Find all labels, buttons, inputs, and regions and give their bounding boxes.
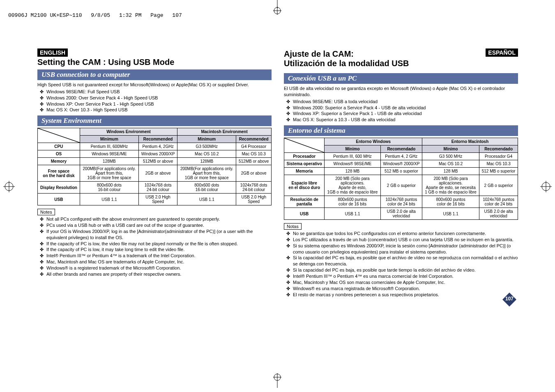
table-cell: 128 MB [325, 168, 380, 175]
th-min-es-1: Mínimo [325, 145, 380, 153]
list-item: Si la capacidad del PC es baja, es posib… [284, 267, 518, 273]
th-min-es-2: Mínimo [422, 145, 479, 153]
notes-label-es: Notas [284, 223, 302, 230]
intro-list-en: Windows 98SE/ME: Full Speed USBWindows 2… [37, 89, 272, 113]
lang-tag-es: ESPAÑOL [486, 48, 518, 57]
page-number: 107 [502, 296, 516, 302]
table-cell: Windows 2000/XP [138, 150, 177, 158]
table-cell: Pentium 4, 2GHz [138, 143, 177, 150]
table-cell: USB 2.0 de alta velocidad [380, 208, 422, 220]
list-item: Windows XP: Over Service Pack 1 - High S… [37, 101, 272, 107]
row-header: Espacio libre en el disco duro [284, 175, 325, 196]
row-header: Resolución de pantalla [284, 196, 325, 208]
page-title-es: Ajuste de la CAM: Utilización de la moda… [284, 49, 486, 68]
table-cell: 1024x768 puntos color de 24 bits [479, 196, 518, 208]
list-item: Not all PCs configured with the above en… [37, 216, 272, 222]
list-item: Mac OS X: Over 10.3 - High Speed USB [37, 107, 272, 113]
notes-list-es: No se garantiza que todos los PC configu… [284, 231, 518, 297]
env-table-en: Windows Environment Macintosh Environmen… [37, 128, 272, 205]
row-header: Procesador [284, 153, 325, 160]
row-header: Sistema operativo [284, 160, 325, 168]
table-row: Resolución de pantalla800x600 puntos col… [284, 196, 518, 208]
table-cell: USB 1.1 [422, 208, 479, 220]
page-title-en: Setting the CAM : Using USB Mode [37, 58, 272, 67]
table-cell: Windows® 2000/XP [380, 160, 422, 168]
list-item: Windows 2000: Superior a Service Pack 4 … [284, 105, 518, 111]
table-row: Display Resolution800x600 dots 16-bit co… [38, 182, 272, 194]
th-mac-env-en: Macintosh Environment [177, 128, 272, 136]
list-item: Windows 98SE/ME: Full Speed USB [37, 89, 272, 95]
row-header: USB [38, 194, 80, 205]
th-min-en-2: Minimum [177, 136, 236, 143]
notes-label-en: Notes [37, 209, 55, 215]
notes-list-en: Not all PCs configured with the above en… [37, 216, 272, 277]
table-cell: Mac OS 10.2 [422, 160, 479, 168]
table-cell: G3 500MHz [177, 143, 236, 150]
table-cell: 2GB or above [236, 165, 272, 182]
table-cell: Procesador G4 [479, 153, 518, 160]
table-cell: 800x600 puntos color de 16 bits [422, 196, 479, 208]
print-header-pageno: 107 [172, 12, 182, 18]
th-min-en-1: Minimum [80, 136, 138, 143]
list-item: Mac, Macintosh y Mac OS son marcas comer… [284, 279, 518, 286]
table-row: Espacio libre en el disco duro200 MB (Só… [284, 175, 518, 196]
table-cell: USB 1.1 [325, 208, 380, 220]
table-row: Sistema operativoWindows® 98SE/MEWindows… [284, 160, 518, 168]
list-item: If your OS is Windows 2000/XP, log in as… [37, 228, 272, 241]
section-usb-connection-en: USB connection to a computer [37, 69, 272, 80]
table-row: CPUPentium III, 600MHzPentium 4, 2GHzG3 … [38, 143, 272, 150]
print-header-date: 9/8/05 [91, 12, 110, 18]
table-cell: 800x600 dots 16-bit colour [80, 182, 138, 194]
list-item: El resto de marcas y nombres pertenecen … [284, 292, 518, 298]
table-cell: USB 2.0 de alta velocidad [479, 208, 518, 220]
th-win-env-en: Windows Environment [80, 128, 177, 136]
th-rec-en-2: Recommended [236, 136, 272, 143]
row-header: OS [38, 150, 80, 158]
left-column: ENGLISH Setting the CAM : Using USB Mode… [37, 48, 272, 299]
crop-mark-bottom [269, 373, 286, 388]
list-item: Mac, Macintosh and Mac OS are trademarks… [37, 259, 272, 265]
table-cell: 1024x768 puntos color de 24 bits [380, 196, 422, 208]
list-item: If the capacity of PC is low, it may tak… [37, 247, 272, 253]
table-cell: Windows 98SE/ME [80, 150, 138, 158]
crop-mark-top [269, 0, 286, 15]
list-item: Windows® is a registered trademark of th… [37, 265, 272, 271]
table-row: Free space on the hard disk200MB(For app… [38, 165, 272, 182]
list-item: Intel® Pentium III™ o Pentium 4™ es una … [284, 273, 518, 279]
table-cell: Pentium 4, 2 GHz [380, 153, 422, 160]
svg-line-14 [284, 138, 324, 152]
table-cell: 200MB(For applications only. Apart from … [177, 165, 236, 182]
list-item: If the capacity of PC is low, the video … [37, 241, 272, 247]
table-cell: 2 GB o superior [479, 175, 518, 196]
table-cell: Windows® 98SE/ME [325, 160, 380, 168]
table-cell: 512MB or above [236, 158, 272, 165]
list-item: No se garantiza que todos los PC configu… [284, 231, 518, 237]
table-cell: 800x600 dots 16-bit colour [177, 182, 236, 194]
section-system-env-en: System Environment [37, 115, 272, 126]
right-column: Ajuste de la CAM: Utilización de la moda… [284, 48, 518, 299]
print-header-time: 1:32 PM [119, 12, 142, 18]
print-header: 00906J M2100 UK+ESP~110 9/8/05 1:32 PM P… [8, 12, 188, 18]
table-cell: G4 Processor [236, 143, 272, 150]
table-cell: 200MB(For applications only. Apart from … [80, 165, 138, 182]
list-item: Si la capacidad del PC es baja, es posib… [284, 255, 518, 267]
th-rec-en-1: Recommended [138, 136, 177, 143]
table-cell: USB 1.1 [177, 194, 236, 205]
table-cell: 200 MB (Sólo para aplicaciones. Aparte d… [325, 175, 380, 196]
table-cell: 800x600 puntos color de 16 bits [325, 196, 380, 208]
row-header: Memory [38, 158, 80, 165]
intro-text-en: High Speed USB is not guaranteed except … [37, 82, 272, 88]
table-corner [38, 128, 80, 143]
section-usb-connection-es: Conexión USB a un PC [284, 73, 518, 84]
table-cell: 128MB [80, 158, 138, 165]
table-cell: 1024x768 dots 24-bit colour [138, 182, 177, 194]
row-header: Memoria [284, 168, 325, 175]
table-cell: USB 2.0 High Speed [138, 194, 177, 205]
table-row: OSWindows 98SE/MEWindows 2000/XPMac OS 1… [38, 150, 272, 158]
env-table-body-en: CPUPentium III, 600MHzPentium 4, 2GHzG3 … [38, 143, 272, 205]
row-header: Display Resolution [38, 182, 80, 194]
row-header: CPU [38, 143, 80, 150]
list-item: Windows XP: Superior a Service Pack 1 - … [284, 111, 518, 117]
lang-tag-en: ENGLISH [37, 48, 68, 57]
table-row: Memory128MB512MB or above128MB512MB or a… [38, 158, 272, 165]
